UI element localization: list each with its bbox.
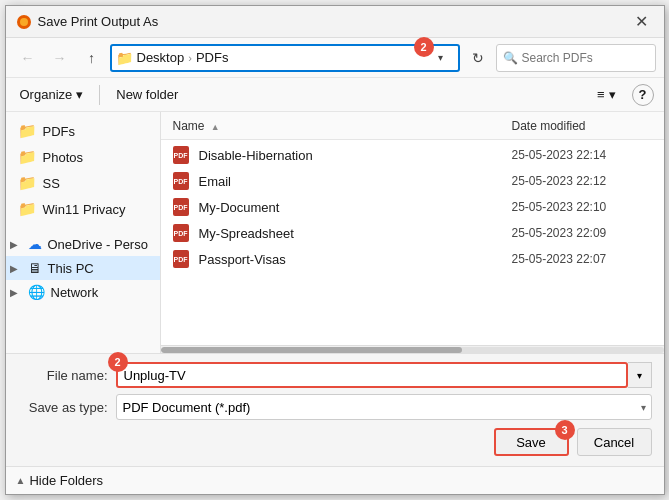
folder-icon: 📁 (18, 200, 37, 218)
file-name: My-Document (199, 200, 504, 215)
file-date: 25-05-2023 22:09 (512, 226, 652, 240)
pdf-icon: PDF (173, 250, 191, 268)
table-row[interactable]: PDF Email 25-05-2023 22:12 (161, 168, 664, 194)
firefox-icon (16, 14, 32, 30)
sidebar-item-label: This PC (48, 261, 94, 276)
organize-arrow: ▾ (76, 87, 83, 102)
new-folder-label: New folder (116, 87, 178, 102)
file-name: My-Spreadsheet (199, 226, 504, 241)
organize-label: Organize (20, 87, 73, 102)
sidebar-item-label: PDFs (43, 124, 76, 139)
bottom-form-area: File name: 2 ▾ Save as type: PDF Documen… (6, 353, 664, 466)
address-pdfs: PDFs (196, 50, 229, 65)
table-row[interactable]: PDF My-Document 25-05-2023 22:10 (161, 194, 664, 220)
expand-arrow: ▶ (10, 287, 22, 298)
folder-icon: 📁 (18, 148, 37, 166)
filetype-row: Save as type: PDF Document (*.pdf) ▾ (18, 394, 652, 420)
table-row[interactable]: PDF My-Spreadsheet 25-05-2023 22:09 (161, 220, 664, 246)
back-button[interactable]: ← (14, 44, 42, 72)
forward-button[interactable]: → (46, 44, 74, 72)
pdf-icon: PDF (173, 172, 191, 190)
button-row: Save 3 Cancel (18, 428, 652, 458)
network-icon: 🌐 (28, 284, 45, 300)
table-row[interactable]: PDF Disable-Hibernation 25-05-2023 22:14 (161, 142, 664, 168)
file-name: Email (199, 174, 504, 189)
table-row[interactable]: PDF Passport-Visas 25-05-2023 22:07 (161, 246, 664, 272)
scrollbar-track (161, 347, 664, 353)
search-input[interactable] (522, 51, 649, 65)
action-bar: Organize ▾ New folder ≡ ▾ ? (6, 78, 664, 112)
file-date: 25-05-2023 22:07 (512, 252, 652, 266)
refresh-button[interactable]: ↻ (464, 44, 492, 72)
pdf-icon: PDF (173, 146, 191, 164)
horizontal-scrollbar[interactable] (161, 345, 664, 353)
address-bar[interactable]: 📁 Desktop › PDFs 2 ▾ (110, 44, 460, 72)
address-folder-icon: 📁 (116, 50, 133, 66)
up-button[interactable]: ↑ (78, 44, 106, 72)
sidebar: 📁 PDFs 📁 Photos 📁 SS 📁 Win11 Privacy (6, 112, 161, 353)
pc-icon: 🖥 (28, 260, 42, 276)
chevron-up-icon: ▲ (16, 475, 26, 486)
hide-folders-button[interactable]: ▲ Hide Folders (16, 473, 104, 488)
col-name-header: Name ▲ (173, 119, 512, 133)
main-area: 📁 PDFs 📁 Photos 📁 SS 📁 Win11 Privacy (6, 112, 664, 353)
action-divider (99, 85, 100, 105)
onedrive-icon: ☁ (28, 236, 42, 252)
view-button[interactable]: ≡ ▾ (593, 85, 620, 104)
sort-arrow: ▲ (211, 122, 220, 132)
address-badge-1: 2 (414, 37, 434, 57)
filename-row: File name: 2 ▾ (18, 362, 652, 388)
filename-input[interactable] (116, 362, 628, 388)
badge-3: 3 (555, 420, 575, 440)
sidebar-item-ss[interactable]: 📁 SS (6, 170, 160, 196)
pdf-icon: PDF (173, 198, 191, 216)
column-headers: Name ▲ Date modified (161, 112, 664, 140)
search-icon: 🔍 (503, 51, 518, 65)
filename-dropdown-button[interactable]: ▾ (628, 362, 652, 388)
title-bar: Save Print Output As ✕ (6, 6, 664, 38)
save-dialog: Save Print Output As ✕ ← → ↑ 📁 Desktop ›… (5, 5, 665, 495)
sidebar-item-label: Network (51, 285, 99, 300)
navigation-toolbar: ← → ↑ 📁 Desktop › PDFs 2 ▾ ↻ 🔍 (6, 38, 664, 78)
expand-arrow: ▶ (10, 263, 22, 274)
col-date-header: Date modified (512, 119, 652, 133)
cancel-button[interactable]: Cancel (577, 428, 652, 456)
sidebar-item-pdfs[interactable]: 📁 PDFs (6, 118, 160, 144)
file-date: 25-05-2023 22:10 (512, 200, 652, 214)
filename-input-wrapper: 2 ▾ (116, 362, 652, 388)
hide-folders-label: Hide Folders (29, 473, 103, 488)
folder-icon: 📁 (18, 122, 37, 140)
file-list: PDF Disable-Hibernation 25-05-2023 22:14… (161, 140, 664, 345)
search-bar: 🔍 (496, 44, 656, 72)
svg-point-1 (20, 18, 28, 26)
content-area: Name ▲ Date modified PDF Disable-Hiberna… (161, 112, 664, 353)
footer-bar: ▲ Hide Folders (6, 466, 664, 494)
file-date: 25-05-2023 22:14 (512, 148, 652, 162)
close-button[interactable]: ✕ (630, 10, 654, 34)
file-name: Disable-Hibernation (199, 148, 504, 163)
sidebar-item-label: OneDrive - Perso (48, 237, 148, 252)
sidebar-item-label: Win11 Privacy (43, 202, 126, 217)
view-arrow: ▾ (609, 87, 616, 102)
badge-2: 2 (108, 352, 128, 372)
sidebar-item-win11privacy[interactable]: 📁 Win11 Privacy (6, 196, 160, 222)
help-button[interactable]: ? (632, 84, 654, 106)
address-desktop: Desktop (137, 50, 185, 65)
filetype-select-wrapper: PDF Document (*.pdf) ▾ (116, 394, 652, 420)
save-label: Save (516, 435, 546, 450)
help-label: ? (639, 87, 647, 102)
scrollbar-thumb (161, 347, 463, 353)
sidebar-item-thispc[interactable]: ▶ 🖥 This PC (6, 256, 160, 280)
sidebar-item-network[interactable]: ▶ 🌐 Network (6, 280, 160, 304)
new-folder-button[interactable]: New folder (112, 85, 182, 104)
sidebar-item-onedrive[interactable]: ▶ ☁ OneDrive - Perso (6, 232, 160, 256)
sidebar-section-quick: 📁 PDFs 📁 Photos 📁 SS 📁 Win11 Privacy (6, 116, 160, 224)
pdf-icon: PDF (173, 224, 191, 242)
filetype-select[interactable]: PDF Document (*.pdf) (116, 394, 652, 420)
title-bar-left: Save Print Output As (16, 14, 159, 30)
sidebar-item-label: SS (43, 176, 60, 191)
address-separator: › (188, 52, 192, 64)
organize-button[interactable]: Organize ▾ (16, 85, 88, 104)
sidebar-item-photos[interactable]: 📁 Photos (6, 144, 160, 170)
save-button[interactable]: Save 3 (494, 428, 569, 456)
